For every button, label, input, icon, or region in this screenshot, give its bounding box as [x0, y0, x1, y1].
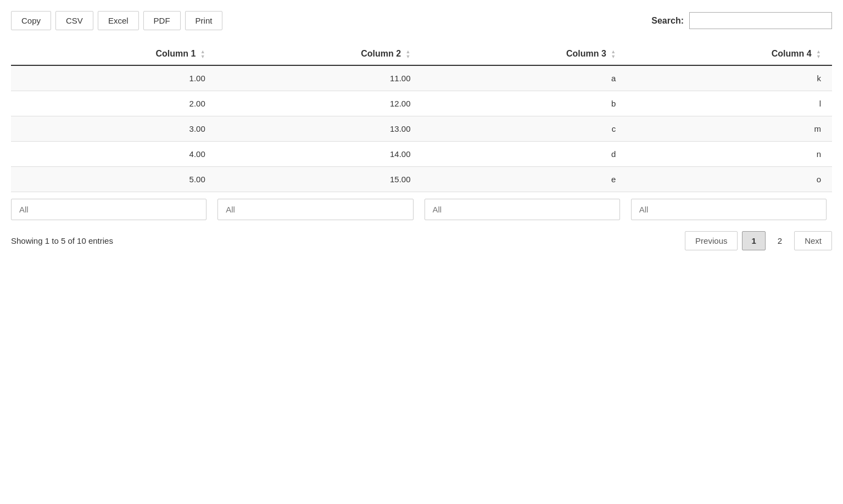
pagination-controls: Previous 1 2 Next	[685, 231, 832, 250]
column-4-header[interactable]: Column 4 ▲▼	[627, 43, 832, 65]
toolbar: Copy CSV Excel PDF Print Search:	[11, 11, 832, 30]
cell-row1-col2: 11.00	[216, 65, 422, 91]
previous-button[interactable]: Previous	[685, 231, 738, 250]
cell-row1-col4: k	[627, 65, 832, 91]
data-table: Column 1 ▲▼ Column 2 ▲▼ Column 3 ▲▼ Colu…	[11, 43, 832, 192]
pagination-row: Showing 1 to 5 of 10 entries Previous 1 …	[11, 231, 832, 250]
print-button[interactable]: Print	[185, 11, 223, 30]
cell-row4-col2: 14.00	[216, 141, 422, 166]
showing-text: Showing 1 to 5 of 10 entries	[11, 236, 113, 245]
cell-row3-col3: c	[422, 116, 627, 141]
cell-row5-col1: 5.00	[11, 166, 216, 192]
cell-row5-col3: e	[422, 166, 627, 192]
cell-row3-col1: 3.00	[11, 116, 216, 141]
sort-icon-col3: ▲▼	[611, 49, 616, 59]
export-buttons: Copy CSV Excel PDF Print	[11, 11, 222, 30]
cell-row2-col1: 2.00	[11, 91, 216, 116]
cell-row1-col1: 1.00	[11, 65, 216, 91]
sort-icon-col1: ▲▼	[200, 49, 205, 59]
filter-col3[interactable]	[425, 199, 620, 220]
table-row: 5.0015.00eo	[11, 166, 832, 192]
cell-row3-col2: 13.00	[216, 116, 422, 141]
filter-col4[interactable]	[631, 199, 827, 220]
column-1-header[interactable]: Column 1 ▲▼	[11, 43, 216, 65]
filter-col1[interactable]	[11, 199, 206, 220]
table-row: 1.0011.00ak	[11, 65, 832, 91]
sort-icon-col2: ▲▼	[406, 49, 411, 59]
cell-row2-col2: 12.00	[216, 91, 422, 116]
cell-row4-col3: d	[422, 141, 627, 166]
page-1-button[interactable]: 1	[742, 231, 765, 250]
cell-row4-col1: 4.00	[11, 141, 216, 166]
cell-row5-col4: o	[627, 166, 832, 192]
table-header-row: Column 1 ▲▼ Column 2 ▲▼ Column 3 ▲▼ Colu…	[11, 43, 832, 65]
search-area: Search:	[651, 12, 832, 29]
sort-icon-col4: ▲▼	[816, 49, 821, 59]
cell-row5-col2: 15.00	[216, 166, 422, 192]
search-input[interactable]	[689, 12, 832, 29]
table-row: 3.0013.00cm	[11, 116, 832, 141]
cell-row1-col3: a	[422, 65, 627, 91]
pdf-button[interactable]: PDF	[143, 11, 181, 30]
page-2-button[interactable]: 2	[770, 232, 790, 250]
next-button[interactable]: Next	[794, 231, 832, 250]
column-3-header[interactable]: Column 3 ▲▼	[422, 43, 627, 65]
csv-button[interactable]: CSV	[55, 11, 93, 30]
cell-row2-col3: b	[422, 91, 627, 116]
cell-row3-col4: m	[627, 116, 832, 141]
cell-row4-col4: n	[627, 141, 832, 166]
table-row: 2.0012.00bl	[11, 91, 832, 116]
excel-button[interactable]: Excel	[98, 11, 139, 30]
column-2-header[interactable]: Column 2 ▲▼	[216, 43, 422, 65]
filter-col2[interactable]	[217, 199, 413, 220]
search-label: Search:	[651, 16, 684, 26]
filter-row	[11, 199, 832, 220]
copy-button[interactable]: Copy	[11, 11, 51, 30]
table-row: 4.0014.00dn	[11, 141, 832, 166]
cell-row2-col4: l	[627, 91, 832, 116]
